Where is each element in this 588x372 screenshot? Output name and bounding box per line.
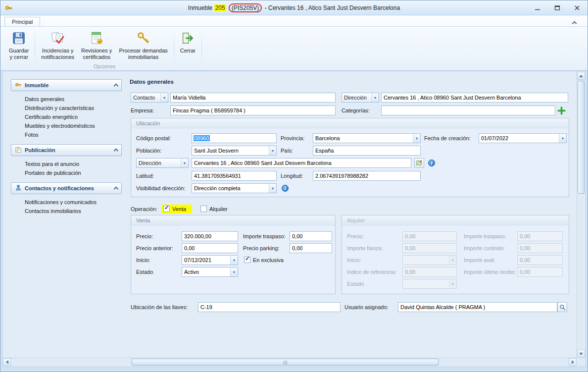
categorias-field[interactable] [381, 106, 555, 115]
direccion-top-field[interactable] [381, 93, 568, 103]
button-label-line: Revisiones y [81, 48, 112, 53]
chevron-up-icon[interactable] [114, 187, 119, 192]
sidebar-items: Textos para el anuncio Portales de publi… [11, 156, 122, 182]
sidebar-item-contactos-inmobiliarios[interactable]: Contactos inmobiliarios [25, 207, 122, 215]
provincia-select[interactable]: Barcelona ▾ [313, 133, 421, 143]
contacto-field[interactable] [170, 93, 336, 103]
precio-field[interactable] [182, 231, 238, 241]
direccion-field[interactable] [192, 158, 411, 168]
horizontal-scroll-thumb[interactable] [132, 359, 439, 366]
scroll-left-button[interactable] [3, 358, 11, 366]
scroll-up-button[interactable] [577, 72, 585, 80]
ribbon-separator [174, 29, 174, 67]
chevron-up-icon[interactable] [114, 84, 119, 89]
group-title: Ubicación [131, 118, 569, 128]
chevron-down-icon[interactable]: ▾ [230, 256, 238, 265]
selected-text: 08960 [194, 135, 210, 141]
estado-select[interactable]: Activo ▾ [182, 267, 238, 277]
alquiler-checkbox[interactable] [200, 206, 207, 212]
sidebar-header-publicacion[interactable]: Publicación [11, 144, 122, 156]
title-code-annotation: (PIS205V) [229, 3, 262, 12]
ribbon-separator [201, 29, 202, 67]
info-icon[interactable]: i [282, 185, 289, 192]
usuario-search-button[interactable] [557, 302, 567, 312]
horizontal-scrollbar[interactable] [3, 358, 577, 366]
chevron-down-icon[interactable]: ▾ [160, 93, 168, 102]
contacts-icon [15, 184, 22, 192]
direccion-inner-combo-button[interactable]: Dirección ▾ [136, 158, 189, 168]
sidebar-item-datos-generales[interactable]: Datos generales [25, 95, 122, 104]
direccion-combo-button[interactable]: Dirección ▾ [342, 93, 379, 103]
sidebar-item-notificaciones[interactable]: Notificaciones y comunicados [25, 198, 122, 207]
inicio-select[interactable]: 07/12/2021 ▾ [182, 255, 238, 265]
importe-traspaso-field[interactable] [290, 231, 332, 241]
visibilidad-select[interactable]: Dirección completa ▾ [192, 183, 277, 193]
chevron-up-icon[interactable] [114, 149, 119, 154]
vertical-scrollbar[interactable] [577, 72, 585, 358]
longitud-field[interactable] [313, 171, 421, 181]
sidebar-item-fotos[interactable]: Fotos [25, 130, 122, 139]
maximize-button[interactable] [551, 3, 564, 12]
llaves-field[interactable] [198, 302, 341, 312]
precio-anterior-field[interactable] [182, 243, 238, 253]
contacto-combo-button[interactable]: Contacto ▾ [131, 93, 168, 103]
collapse-ribbon-button[interactable] [573, 18, 581, 24]
sidebar-item-muebles[interactable]: Muebles y electrodomésticos [25, 121, 122, 130]
close-button[interactable] [571, 3, 584, 12]
empresa-field[interactable] [170, 106, 336, 115]
tab-principal[interactable]: Principal [4, 17, 40, 27]
map-button[interactable] [414, 158, 424, 168]
sidebar-item-distribucion[interactable]: Distribución y características [25, 104, 122, 112]
alquiler-estado-select: ▾ [402, 279, 457, 289]
ubicacion-group: Ubicación Código postal: 08960 Provincia… [131, 118, 569, 197]
datos-generales-form: Datos generales Contacto ▾ Dirección ▾ E… [129, 78, 577, 358]
scroll-right-button[interactable] [569, 358, 577, 366]
add-category-button[interactable] [556, 106, 566, 115]
chevron-down-icon[interactable]: ▾ [269, 184, 276, 193]
sidebar-header-label: Contactos y notificaciones [25, 185, 94, 191]
importe-aval-label: Importe aval: [464, 255, 495, 265]
sidebar-header-inmueble[interactable]: Inmueble [11, 79, 122, 91]
visibilidad-label: Visibilidad dirección: [136, 183, 185, 193]
vertical-scroll-thumb[interactable] [578, 81, 585, 194]
info-icon[interactable]: i [428, 159, 435, 166]
chevron-down-icon[interactable]: ▾ [269, 146, 276, 155]
chevron-down-icon[interactable]: ▾ [559, 134, 566, 143]
combo-value: 01/07/2022 [479, 134, 559, 143]
chevron-down-icon[interactable]: ▾ [230, 267, 238, 276]
fecha-creacion-select[interactable]: 01/07/2022 ▾ [479, 133, 567, 143]
button-label-line: Guardar [9, 48, 29, 53]
minimize-button[interactable] [531, 3, 544, 12]
combo-value: Dirección completa [192, 184, 269, 193]
latitud-field[interactable] [192, 171, 277, 181]
alquiler-importe-traspaso-label: Importe traspaso: [464, 231, 506, 241]
pais-field[interactable] [313, 146, 421, 156]
sidebar-section-publicacion: Publicación Textos para el anuncio Porta… [11, 144, 122, 182]
group-title: Alquiler [342, 215, 569, 225]
sidebar-item-textos-anuncio[interactable]: Textos para el anuncio [25, 159, 122, 168]
precio-parking-field[interactable] [290, 243, 332, 253]
usuario-asignado-field[interactable] [398, 302, 557, 312]
sidebar-header-contactos[interactable]: Contactos y notificaciones [11, 182, 122, 194]
venta-checkbox-label[interactable]: Venta [172, 206, 186, 213]
cerrar-button[interactable]: Cerrar [177, 28, 199, 70]
chevron-down-icon[interactable]: ▾ [181, 159, 188, 167]
key-icon [15, 81, 22, 89]
en-exclusiva-checkbox[interactable]: ✓ [244, 257, 250, 263]
codigo-postal-field[interactable]: 08960 [192, 133, 277, 143]
sidebar-item-portales[interactable]: Portales de publicación [25, 168, 122, 177]
provincia-label: Provincia: [281, 133, 304, 143]
alquiler-checkbox-label[interactable]: Alquiler [209, 206, 228, 213]
poblacion-select[interactable]: Sant Just Desvern ▾ [192, 146, 277, 156]
button-label-line: Incidencias y [42, 48, 74, 53]
combo-value: 07/12/2021 [182, 256, 230, 265]
llaves-label: Ubicación de las llaves: [131, 302, 188, 312]
chevron-down-icon[interactable]: ▾ [371, 93, 379, 102]
venta-checkbox[interactable]: ✓ [163, 206, 170, 212]
sidebar-item-certificado[interactable]: Certificado energético [25, 112, 122, 121]
en-exclusiva-label[interactable]: En exclusiva [253, 257, 284, 264]
sidebar-items: Datos generales Distribución y caracterí… [11, 91, 122, 144]
chevron-down-icon[interactable]: ▾ [413, 134, 420, 143]
scroll-down-button[interactable] [577, 350, 585, 358]
guardar-y-cerrar-button[interactable]: Guardary cerrar [5, 28, 32, 70]
